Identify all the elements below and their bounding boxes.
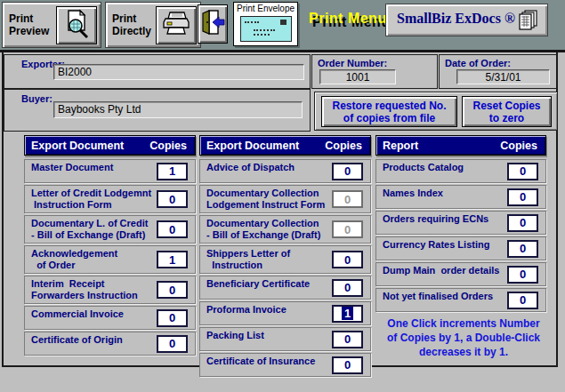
app-title-panel: SmallBiz ExDocs ®	[385, 4, 548, 36]
date-of-order-group: Date of Order: 5/31/01	[439, 54, 558, 89]
date-of-order-label: Date of Order:	[445, 58, 511, 68]
copies-field[interactable]: 0	[332, 251, 363, 268]
table-row[interactable]: Advice of Dispatch0	[199, 159, 371, 183]
envelope-icon	[240, 16, 292, 42]
copies-field[interactable]: 0	[332, 279, 363, 297]
document-label: Certificate of Insurance	[206, 356, 329, 367]
table-row[interactable]: Certificate of Origin0	[24, 332, 196, 356]
document-label: Commercial Invoice	[31, 308, 154, 320]
main-panel: Exporter: BI2000 Buyer: Baybooks Pty Ltd…	[2, 52, 558, 367]
table-header-title: Export Document	[206, 140, 299, 152]
copies-field[interactable]: 0	[507, 163, 538, 180]
table-row[interactable]: Interim Receipt Forwarders Instruction0	[24, 276, 196, 304]
print-preview-group: Print Preview	[2, 2, 101, 48]
export-document-table-2: Export Document Copies Advice of Dispatc…	[199, 135, 371, 377]
copies-field[interactable]: 0	[507, 266, 538, 284]
document-label: Documentary L. of Credit - Bill of Excha…	[31, 218, 154, 241]
copies-field[interactable]: 0	[507, 292, 538, 309]
table-row[interactable]: Packing List0	[199, 327, 371, 351]
table-row[interactable]: Currency Rates Listing0	[375, 236, 546, 260]
table-header: Export Document Copies	[24, 135, 196, 156]
document-label: Currency Rates Listing	[383, 239, 504, 251]
document-label: Interim Receipt Forwarders Instruction	[31, 278, 154, 301]
exit-button[interactable]	[198, 4, 228, 44]
table-row[interactable]: Not yet finalised Orders0	[375, 288, 546, 312]
copies-field[interactable]: 0	[507, 240, 538, 258]
table-row[interactable]: Products Catalog0	[375, 159, 546, 183]
table-row[interactable]: Documentary Collection - Bill of Exchang…	[199, 215, 371, 244]
print-envelope-label: Print Envelope	[234, 3, 297, 14]
print-preview-label: Print Preview	[9, 12, 49, 37]
copies-field[interactable]: 0	[157, 335, 188, 353]
toolbar: Print Preview Print Directly	[0, 0, 565, 52]
table-row[interactable]: Beneficiary Certificate0	[199, 276, 371, 300]
table-header-title: Export Document	[31, 140, 124, 152]
exporter-group: Exporter: BI2000	[4, 54, 311, 89]
table-row[interactable]: Letter of Credit Lodgemnt Instruction Fo…	[24, 185, 196, 213]
copies-field[interactable]: 0	[157, 220, 188, 238]
table-row[interactable]: Commercial Invoice0	[24, 306, 196, 330]
buyer-field[interactable]: Baybooks Pty Ltd	[53, 101, 303, 118]
exit-door-icon	[200, 7, 225, 41]
copies-column-header: Copies	[149, 140, 187, 152]
date-of-order-field[interactable]: 5/31/01	[456, 69, 550, 84]
table-header-title: Report	[383, 140, 418, 152]
table-row[interactable]: Acknowledgement of Order1	[24, 245, 196, 274]
printer-icon	[161, 10, 191, 42]
copies-field[interactable]: 0	[157, 281, 188, 299]
table-row[interactable]: Certificate of Insurance0	[199, 353, 371, 377]
print-envelope-button[interactable]: Print Envelope	[233, 2, 298, 46]
order-number-group: Order Number: 1001	[311, 54, 438, 89]
copies-field[interactable]: 0	[507, 188, 538, 206]
print-menu-window: Print Preview Print Directly	[0, 0, 565, 392]
copies-field[interactable]: 1	[157, 163, 188, 180]
table-row[interactable]: Proforma Invoice1	[199, 301, 371, 325]
document-label: Documentary Collection - Bill of Exchang…	[206, 218, 329, 241]
copies-field[interactable]: 0	[332, 356, 363, 374]
copies-help-note: One Click increments Number of Copies by…	[380, 316, 547, 359]
document-label: Not yet finalised Orders	[383, 291, 504, 302]
buyer-group: Buyer: Baybooks Pty Ltd	[4, 89, 311, 132]
document-label: Dump Main order details	[383, 265, 504, 276]
copies-column-header: Copies	[325, 140, 362, 152]
print-directly-button[interactable]	[156, 6, 197, 44]
exporter-field[interactable]: BI2000	[53, 64, 304, 80]
copies-column-header: Copies	[500, 140, 537, 152]
table-header: Report Copies	[375, 135, 546, 156]
table-row[interactable]: Orders requiring ECNs0	[375, 211, 546, 235]
document-label: Letter of Credit Lodgemnt Instruction Fo…	[31, 188, 154, 211]
copies-field[interactable]: 0	[332, 220, 363, 238]
table-row[interactable]: Master Document1	[24, 159, 196, 183]
document-label: Documentary Collection Lodgement Instruc…	[206, 188, 329, 211]
order-number-field[interactable]: 1001	[319, 69, 396, 84]
reset-copies-button[interactable]: Reset Copies to zero	[462, 96, 552, 127]
copies-field[interactable]: 0	[507, 214, 538, 232]
copies-field[interactable]: 0	[332, 331, 363, 348]
table-row[interactable]: Shippers Letter of Instruction0	[199, 245, 371, 274]
copies-field[interactable]: 0	[157, 309, 188, 327]
table-row[interactable]: Names Index0	[375, 185, 546, 209]
report-table: Report Copies Products Catalog0Names Ind…	[375, 135, 546, 312]
document-label: Packing List	[206, 330, 329, 341]
app-title: SmallBiz ExDocs ®	[397, 11, 515, 27]
document-label: Proforma Invoice	[206, 304, 329, 316]
copies-field[interactable]: 1	[157, 251, 188, 268]
copies-field[interactable]: 1	[332, 305, 363, 323]
table-row[interactable]: Documentary L. of Credit - Bill of Excha…	[24, 215, 196, 244]
table-row[interactable]: Documentary Collection Lodgement Instruc…	[199, 185, 371, 213]
document-label: Beneficiary Certificate	[206, 278, 329, 290]
copies-field[interactable]: 0	[157, 190, 188, 208]
document-label: Names Index	[383, 188, 504, 199]
print-directly-label: Print Directly	[112, 12, 151, 37]
table-header: Export Document Copies	[199, 135, 371, 156]
restore-copies-button[interactable]: Restore requested No. of copies from fil…	[321, 96, 457, 127]
copies-field[interactable]: 0	[332, 163, 363, 180]
table-row[interactable]: Dump Main order details0	[375, 262, 546, 286]
buyer-label: Buyer:	[21, 93, 52, 104]
document-label: Advice of Dispatch	[206, 162, 329, 173]
document-label: Acknowledgement of Order	[31, 248, 154, 271]
print-preview-button[interactable]	[56, 6, 97, 44]
copies-field[interactable]: 0	[332, 190, 363, 208]
page-title: Print Menu	[309, 11, 387, 27]
magnifier-page-icon	[62, 9, 91, 43]
